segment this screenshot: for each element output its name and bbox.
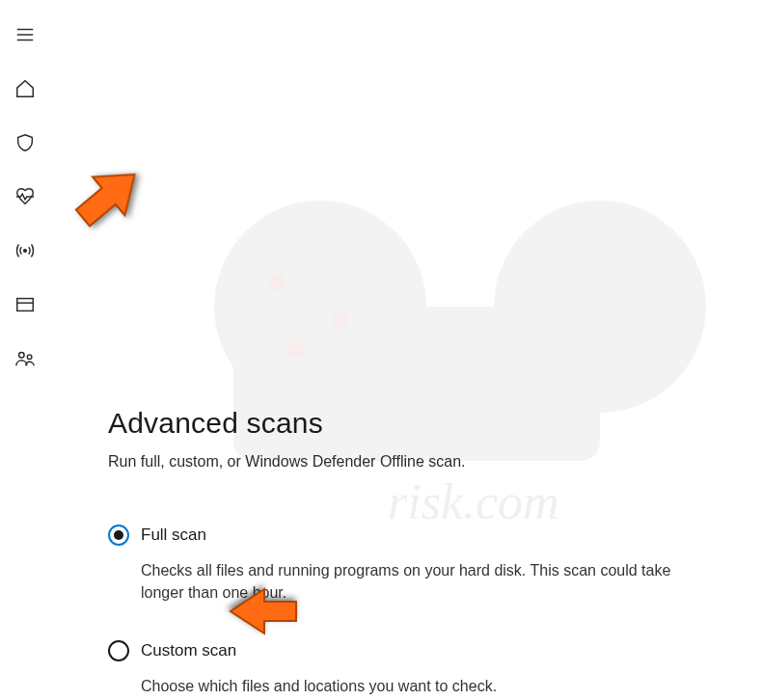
option-label: Custom scan	[141, 641, 236, 660]
family-icon[interactable]	[14, 347, 37, 370]
option-label: Full scan	[141, 525, 206, 545]
option-custom-scan: Custom scan Choose which files and locat…	[108, 640, 723, 697]
antenna-icon[interactable]	[14, 239, 37, 262]
svg-rect-4	[17, 299, 34, 311]
svg-point-3	[24, 250, 27, 253]
sidebar	[0, 0, 50, 700]
shield-icon[interactable]	[14, 131, 37, 154]
menu-icon[interactable]	[14, 23, 37, 46]
watermark: risk.com	[195, 172, 762, 538]
option-description: Choose which files and locations you wan…	[141, 675, 691, 697]
svg-point-6	[19, 353, 24, 359]
svg-point-12	[331, 312, 348, 330]
svg-point-7	[27, 355, 32, 360]
annotation-arrow-icon	[60, 148, 160, 247]
radio-custom-scan[interactable]: Custom scan	[108, 640, 723, 661]
home-icon[interactable]	[14, 77, 37, 100]
main-panel: risk.com Advanced scans Run full, custom…	[50, 0, 762, 700]
svg-point-10	[494, 201, 706, 413]
radio-icon	[108, 525, 129, 546]
svg-point-8	[214, 201, 426, 413]
radio-full-scan[interactable]: Full scan	[108, 525, 723, 546]
page-title: Advanced scans	[108, 407, 723, 440]
firewall-icon[interactable]	[14, 293, 37, 316]
svg-point-11	[268, 274, 286, 291]
radio-icon	[108, 640, 129, 661]
heart-icon[interactable]	[14, 185, 37, 208]
option-description: Checks all files and running programs on…	[141, 559, 691, 604]
svg-text:risk.com: risk.com	[388, 474, 559, 529]
svg-point-13	[287, 341, 305, 359]
option-full-scan: Full scan Checks all files and running p…	[108, 525, 723, 604]
page-subtitle: Run full, custom, or Windows Defender Of…	[108, 453, 723, 471]
